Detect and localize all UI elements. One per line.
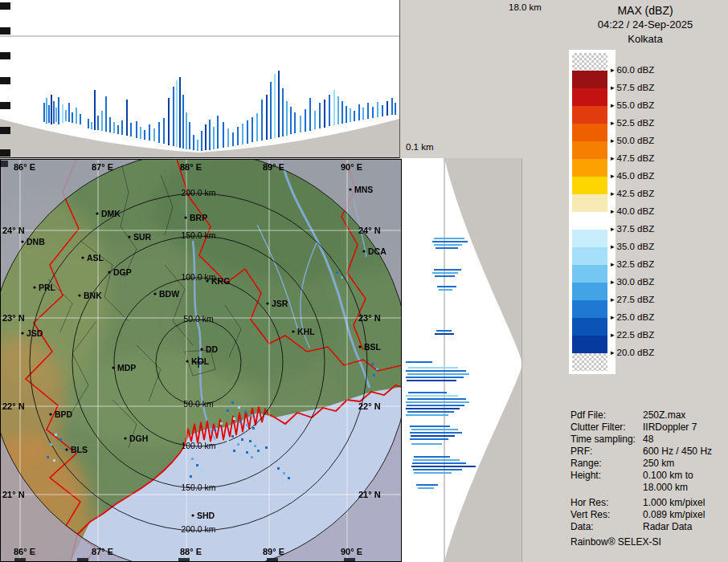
legend-swatch-column — [572, 53, 607, 371]
legend-dbz-label: ▸27.5 dBZ — [611, 295, 654, 304]
city-label-sur: SUR — [133, 232, 152, 242]
height-tick-label — [0, 102, 10, 109]
echo-top-bar — [333, 90, 335, 125]
legend-arrow-icon: ▸ — [611, 260, 615, 268]
legend-dbz-label: ▸50.0 dBZ — [611, 136, 654, 145]
top-cross-section-panel — [0, 0, 400, 158]
echo-top-bar — [350, 108, 351, 122]
echo-top-bar — [294, 112, 296, 133]
echo-top-bar — [51, 95, 52, 124]
metadata-value: 48 — [643, 434, 727, 446]
city-marker-dot — [33, 286, 35, 288]
radar-echo-pixel — [239, 454, 242, 457]
city-label-asl: ASL — [87, 253, 104, 263]
legend-swatch — [572, 177, 607, 194]
legend-dbz-label: ▸47.5 dBZ — [611, 153, 654, 163]
legend-arrow-icon: ▸ — [611, 242, 615, 250]
latitude-label-right: 23° N — [358, 313, 381, 323]
radar-echo-pixel — [196, 464, 198, 466]
radar-echo-pixel — [252, 427, 255, 430]
echo-top-bar — [144, 130, 145, 140]
metadata-key: Range: — [571, 458, 643, 470]
metadata-key: Time sampling: — [571, 434, 643, 446]
legend-dbz-value: 22.5 dBZ — [617, 330, 655, 340]
metadata-key: Pdf File: — [571, 409, 643, 422]
metadata-value: 0.100 km to — [643, 470, 727, 482]
radar-echo-pixel — [246, 451, 248, 454]
longitude-label-top: 88° E — [180, 162, 202, 172]
echo-top-bar — [337, 96, 339, 124]
echo-top-bar — [53, 101, 55, 124]
echo-top-bar — [65, 110, 67, 121]
radar-echo-pixel — [249, 440, 252, 442]
metadata-value: 600 Hz / 450 Hz — [643, 446, 727, 458]
city-marker-dot — [21, 240, 23, 242]
city-marker-dot — [112, 366, 114, 369]
echo-top-bar — [72, 112, 73, 123]
legend-dbz-label: ▸42.5 dBZ — [611, 189, 654, 198]
city-marker-dot — [96, 212, 98, 214]
legend-swatch — [572, 230, 607, 247]
legend-arrow-icon: ▸ — [611, 119, 615, 127]
echo-top-bar — [247, 120, 248, 144]
longitude-label-top: 90° E — [341, 162, 362, 172]
city-label-mns: MNS — [354, 185, 373, 194]
metadata-value: 250 km — [643, 458, 727, 470]
legend-dbz-label: ▸52.5 dBZ — [611, 118, 654, 128]
echo-top-bar — [68, 103, 70, 122]
legend-dbz-label: ▸22.5 dBZ — [611, 330, 654, 340]
radar-echo-pixel — [244, 411, 247, 413]
height-tick-label — [0, 27, 10, 35]
echo-side-bar — [408, 392, 447, 393]
echo-side-bar — [408, 367, 458, 369]
city-label-khl: KHL — [297, 327, 315, 336]
metadata-row: Data:Radar Data — [571, 521, 727, 533]
echo-top-bar — [186, 112, 187, 149]
radar-echo-pixel — [201, 469, 203, 471]
radar-echo-pixel — [237, 443, 239, 446]
echo-side-bar — [434, 244, 462, 246]
city-marker-dot — [206, 279, 208, 282]
radar-echo-pixel — [246, 424, 248, 426]
echo-side-bar — [407, 398, 466, 400]
echo-side-bar — [407, 373, 469, 375]
legend-dbz-label: ▸60.0 dBZ — [611, 65, 654, 75]
range-ring-label: 150.0 km — [181, 230, 215, 240]
city-label-jsd: JSD — [27, 328, 43, 338]
echo-side-bar — [406, 370, 466, 372]
metadata-row: Pdf File:250Z.max — [571, 409, 727, 422]
radar-echo-pixel — [55, 434, 57, 436]
echo-side-bar — [410, 438, 448, 440]
metadata-key — [571, 482, 643, 494]
legend-swatch — [572, 300, 607, 318]
radar-echo-pixel — [336, 271, 338, 274]
echo-top-bar — [227, 128, 229, 147]
echo-top-bar — [43, 103, 45, 122]
echo-side-bar — [411, 466, 476, 467]
echo-top-bar — [62, 104, 63, 123]
metadata-value: IIRDoppler 7 — [643, 422, 727, 434]
city-marker-dot — [358, 345, 361, 348]
city-label-kol: KOL — [191, 356, 210, 366]
echo-top-bar — [386, 101, 388, 116]
radar-echo-pixel — [231, 401, 234, 404]
metadata-row: Vert Res:0.089 km/pixel — [571, 509, 727, 521]
echo-top-bar — [126, 100, 128, 136]
echo-top-bar — [305, 109, 306, 132]
city-marker-dot — [124, 437, 126, 439]
city-label-bls: BLS — [71, 445, 88, 454]
clipped-edge-label — [0, 161, 8, 167]
city-label-dca: DCA — [368, 246, 386, 256]
echo-side-bar — [439, 289, 452, 291]
echo-side-bar — [411, 429, 458, 430]
echo-top-bar — [266, 95, 268, 140]
radar-echo-pixel — [283, 472, 285, 474]
city-label-dnb: DNB — [27, 237, 45, 246]
radar-echo-pixel — [227, 440, 229, 442]
legend-dbz-label: ▸40.0 dBZ — [611, 206, 654, 216]
echo-top-bar — [217, 116, 219, 149]
legend-arrow-icon: ▸ — [611, 83, 615, 92]
echo-side-bar — [413, 459, 460, 461]
height-tick-label — [0, 52, 10, 59]
radar-echo-pixel — [251, 414, 253, 417]
